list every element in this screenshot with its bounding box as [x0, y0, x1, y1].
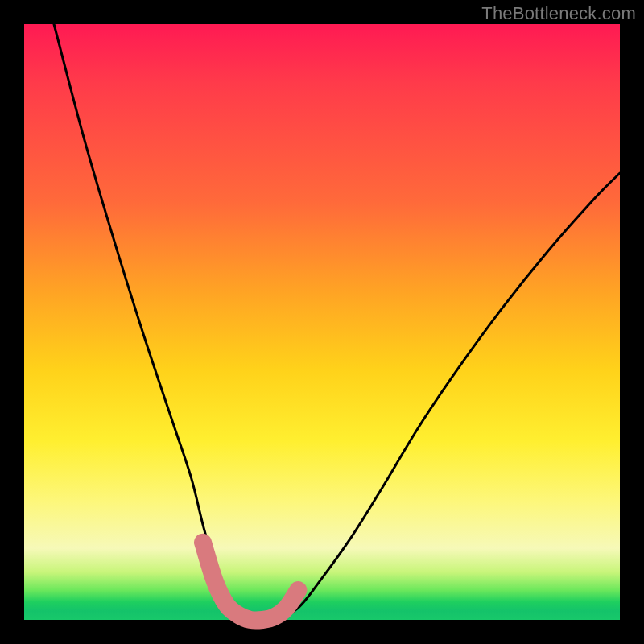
watermark-text: TheBottleneck.com — [481, 3, 636, 24]
highlight-arc — [203, 543, 298, 621]
curve-layer — [24, 24, 620, 620]
plot-area — [24, 24, 620, 620]
chart-frame: TheBottleneck.com — [0, 0, 644, 644]
bottleneck-curve — [54, 24, 620, 621]
